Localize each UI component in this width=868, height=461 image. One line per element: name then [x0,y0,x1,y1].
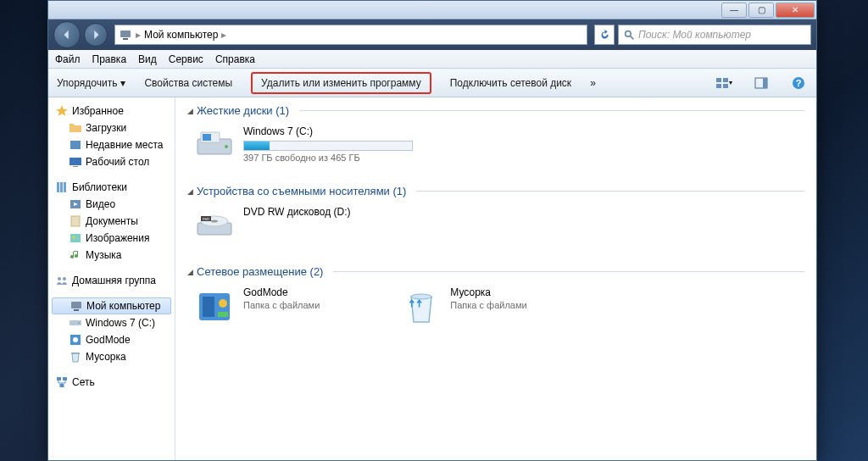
star-icon [55,104,69,118]
library-icon [55,181,69,194]
svg-rect-5 [723,78,728,82]
menubar: Файл Правка Вид Сервис Справка [48,50,816,69]
menu-help[interactable]: Справка [215,53,255,65]
sidebar-item-godmode[interactable]: GodMode [48,331,175,348]
svg-rect-4 [716,78,721,82]
drive-free-text: 397 ГБ свободно из 465 ГБ [243,153,798,163]
menu-edit[interactable]: Правка [92,53,127,65]
item-name: Мусорка [450,286,526,298]
godmode-item[interactable]: GodMode Папка с файлами [187,283,326,334]
refresh-button[interactable] [594,25,615,45]
recycle-bin-icon [401,286,442,327]
addressbar[interactable]: ▸ Мой компьютер ▸ [114,25,587,45]
svg-point-47 [411,294,431,299]
sidebar-item-downloads[interactable]: Загрузки [48,119,175,136]
trash-icon [69,350,82,364]
minimize-button[interactable]: — [721,3,747,18]
folder-icon [69,121,82,135]
svg-line-3 [630,36,633,39]
close-button[interactable]: ✕ [776,3,815,18]
svg-rect-33 [60,384,64,387]
svg-rect-37 [203,134,211,141]
sidebar-network[interactable]: Сеть [48,374,175,391]
help-button[interactable]: ? [789,74,808,92]
drive-name: Windows 7 (C:) [243,125,798,137]
menu-service[interactable]: Сервис [169,53,203,65]
svg-point-22 [58,277,61,280]
svg-rect-25 [74,309,79,311]
category-header-network[interactable]: ◢Сетевое размещение (2) [187,265,804,278]
computer-icon [70,299,83,313]
sidebar-libraries[interactable]: Библиотеки [48,179,175,196]
svg-rect-15 [57,182,59,192]
navbar: ▸ Мой компьютер ▸ Поиск: Мой компьютер [48,19,816,50]
sidebar-favorites[interactable]: Избранное [48,103,175,119]
svg-rect-32 [63,377,67,380]
dvd-drive-item[interactable]: DVD DVD RW дисковод (D:) [187,203,804,253]
svg-rect-46 [218,312,228,317]
network-icon [55,375,69,389]
svg-rect-19 [71,216,80,226]
drive-c-item[interactable]: Windows 7 (C:) 397 ГБ свободно из 465 ГБ [187,122,804,173]
map-network-drive-button[interactable]: Подключить сетевой диск [450,77,571,89]
organize-button[interactable]: Упорядочить▾ [57,77,125,89]
control-panel-icon [194,286,235,327]
search-placeholder: Поиск: Мой компьютер [638,29,751,41]
video-icon [69,197,82,211]
svg-point-40 [211,220,218,223]
trash-item[interactable]: Мусорка Папка с файлами [394,283,533,334]
svg-rect-6 [716,84,721,88]
sidebar-item-pictures[interactable]: Изображения [48,230,175,247]
breadcrumb[interactable]: Мой компьютер [141,29,221,41]
picture-icon [69,231,82,245]
control-panel-icon [69,333,82,347]
sidebar-item-desktop[interactable]: Рабочий стол [48,153,175,170]
view-options-button[interactable]: ▾ [715,74,733,92]
uninstall-program-button[interactable]: Удалить или изменить программу [251,72,431,94]
breadcrumb-sep: ▸ [221,29,226,41]
category-hdd: ◢Жесткие диски (1) Windows 7 (C:) 397 ГБ… [187,104,804,173]
svg-rect-31 [57,377,61,380]
item-sub: Папка с файлами [243,300,320,310]
preview-pane-button[interactable] [752,74,771,92]
svg-rect-13 [70,158,81,165]
sidebar-item-trash[interactable]: Мусорка [48,348,175,365]
svg-text:DVD: DVD [203,217,210,221]
svg-rect-0 [120,31,131,37]
forward-button[interactable] [84,23,108,47]
sidebar-item-drive-c[interactable]: Windows 7 (C:) [48,314,175,331]
search-input[interactable]: Поиск: Мой компьютер [618,25,811,45]
dvd-name: DVD RW дисковод (D:) [243,206,798,218]
document-icon [69,214,82,228]
maximize-button[interactable]: ▢ [748,3,774,18]
music-icon [69,248,82,262]
sidebar-item-music[interactable]: Музыка [48,247,175,264]
category-removable: ◢Устройства со съемными носителями (1) D… [187,185,804,253]
menu-view[interactable]: Вид [138,53,157,65]
sidebar-item-video[interactable]: Видео [48,196,175,213]
sidebar-item-recent[interactable]: Недавние места [48,136,175,153]
svg-point-29 [73,337,78,342]
category-header-removable[interactable]: ◢Устройства со съемными носителями (1) [187,185,804,197]
sidebar-computer[interactable]: Мой компьютер [52,297,171,314]
menu-file[interactable]: Файл [55,53,81,65]
item-sub: Папка с файлами [450,300,526,310]
svg-point-35 [225,145,228,148]
titlebar: — ▢ ✕ [48,1,816,19]
desktop-icon [69,155,82,169]
back-button[interactable] [53,21,81,48]
svg-rect-20 [70,234,81,242]
svg-text:?: ? [796,78,802,88]
sidebar-item-documents[interactable]: Документы [48,213,175,230]
svg-point-45 [219,299,227,308]
toolbar-overflow[interactable]: » [590,77,596,89]
svg-point-27 [78,322,80,324]
content-area: Избранное Загрузки Недавние места Рабочи… [48,97,816,460]
system-properties-button[interactable]: Свойства системы [144,77,232,89]
svg-rect-7 [723,84,728,88]
sidebar-homegroup[interactable]: Домашняя группа [48,272,175,289]
homegroup-icon [55,274,69,287]
drive-icon [69,316,82,330]
svg-point-21 [73,236,75,239]
category-header-hdd[interactable]: ◢Жесткие диски (1) [187,104,804,117]
